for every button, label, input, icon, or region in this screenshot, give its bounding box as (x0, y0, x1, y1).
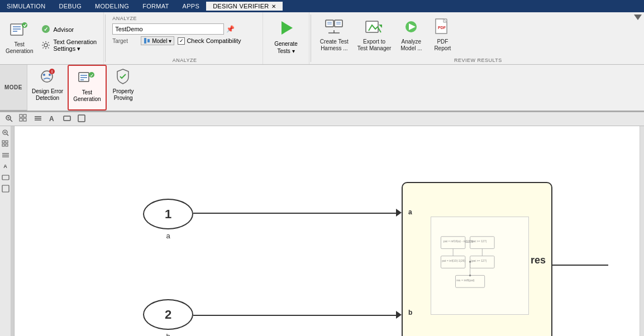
pin-icon[interactable]: 📌 (226, 25, 235, 33)
nav-btn[interactable] (31, 113, 45, 124)
block-btn[interactable] (60, 113, 74, 124)
menu-simulation[interactable]: SIMULATION (0, 2, 52, 11)
svg-rect-42 (23, 114, 26, 117)
close-tab-icon[interactable]: ✕ (271, 3, 276, 9)
advisor-btn[interactable]: ✓ Advisor (37, 23, 100, 36)
zoom-fit-icon (4, 114, 13, 123)
target-label: Target (112, 38, 137, 44)
test-gen-mode-btn[interactable]: ✓ TestGeneration (68, 65, 106, 111)
test-generation-btn[interactable]: TestGeneration (2, 17, 36, 60)
menu-modeling[interactable]: MODELING (88, 2, 136, 11)
left-text-btn[interactable]: A (1, 162, 10, 171)
svg-rect-55 (2, 141, 4, 143)
test-gen-mode-label: TestGeneration (73, 89, 101, 103)
test-gen-settings-btn[interactable]: Text GenerationSettings ▾ (37, 37, 100, 54)
check-compat-checkbox-group[interactable]: ✓ Check Compatibility (178, 37, 241, 45)
design-error-btn[interactable]: ! Design ErrorDetection (27, 65, 68, 111)
design-verifier-label: DESIGN VERIFIER (213, 3, 269, 9)
svg-rect-41 (20, 114, 22, 117)
svg-point-28 (49, 74, 51, 76)
svg-rect-11 (326, 20, 333, 27)
input1-oval[interactable]: 1 (143, 199, 193, 229)
svg-text:pat = mf16(a) - mf18(b): pat = mf16(a) - mf18(b) (443, 239, 474, 243)
analyze-model-btn[interactable]: AnalyzeModel ... (397, 15, 426, 57)
svg-rect-44 (23, 118, 26, 121)
svg-text:✓: ✓ (89, 73, 93, 78)
port-b-label: b (408, 309, 412, 316)
right-scrollbar[interactable] (640, 126, 644, 336)
menu-debug[interactable]: DEBUG (52, 2, 88, 11)
test-generation-label: TestGeneration (6, 41, 33, 55)
property-proving-btn[interactable]: PropertyProving (107, 65, 140, 111)
svg-rect-62 (2, 175, 9, 180)
zoom-fit-btn[interactable] (2, 113, 16, 124)
svg-point-27 (43, 74, 45, 76)
pdf-report-label: PDFReport (434, 39, 451, 52)
test-generation-icon (9, 20, 30, 40)
check-compat-checkbox[interactable]: ✓ (178, 37, 185, 45)
model-dropdown[interactable]: Model ▾ (141, 36, 174, 45)
generate-tests-label: GenerateTests ▾ (274, 40, 298, 55)
property-proving-icon (113, 67, 133, 87)
svg-rect-9 (147, 39, 150, 42)
create-harness-icon (324, 17, 344, 37)
svg-line-52 (7, 134, 8, 136)
svg-text:✓: ✓ (44, 26, 48, 32)
mode-label: MODE (0, 65, 27, 111)
analyze-model-label: AnalyzeModel ... (400, 39, 422, 52)
svg-point-78 (469, 261, 471, 262)
analyze-input[interactable] (112, 23, 224, 35)
input1-label: a (166, 232, 170, 240)
checkbox-btn[interactable] (75, 113, 88, 124)
analyze-section-label: ANALYZE (107, 57, 263, 63)
left-block-btn[interactable] (1, 173, 10, 182)
property-proving-label: PropertyProving (113, 88, 134, 102)
expand-btn[interactable] (634, 15, 642, 23)
model-label: Model (152, 38, 167, 44)
grid-btn[interactable] (17, 113, 30, 124)
svg-point-7 (44, 44, 47, 47)
input2-oval[interactable]: 2 (143, 299, 193, 330)
svg-rect-58 (6, 144, 8, 146)
create-harness-btn[interactable]: Create TestHarness ... (317, 15, 352, 57)
input1-value: 1 (165, 207, 171, 222)
analyze-header-label: Analyze (112, 16, 257, 21)
pdf-report-btn[interactable]: PDF PDFReport (428, 15, 457, 57)
svg-rect-14 (335, 20, 342, 27)
svg-text:PDF: PDF (438, 26, 446, 30)
export-manager-btn[interactable]: Export toTest Manager (354, 15, 395, 57)
input2-block: 2 b (143, 299, 193, 336)
svg-text:|pat >= 127|: |pat >= 127| (471, 259, 486, 262)
text-btn[interactable]: A (46, 113, 59, 124)
svg-rect-50 (78, 115, 85, 122)
svg-rect-19 (366, 21, 378, 32)
left-checkbox-btn[interactable] (1, 184, 10, 193)
checkbox-icon (77, 114, 86, 123)
svg-text:|pat >= 127|: |pat >= 127| (471, 239, 486, 243)
menu-design-verifier[interactable]: DESIGN VERIFIER ✕ (206, 2, 283, 11)
generate-tests-icon (275, 17, 297, 40)
menu-bar: SIMULATION DEBUG MODELING FORMAT APPS DE… (0, 0, 644, 12)
model-icon (144, 37, 150, 44)
export-manager-label: Export toTest Manager (357, 39, 392, 52)
grid-icon (19, 114, 28, 123)
left-toolbar: A (0, 126, 11, 336)
block-icon (63, 114, 71, 123)
left-grid-btn[interactable] (1, 140, 10, 148)
left-zoom-btn[interactable] (1, 128, 10, 137)
svg-text:A: A (49, 115, 54, 123)
res-label: res (531, 255, 546, 266)
menu-format[interactable]: FORMAT (136, 2, 175, 11)
inner-diagram: pat = mf16(a) - mf18(b) |pat >= 127| pat… (431, 217, 528, 314)
export-manager-icon (364, 17, 384, 37)
svg-rect-0 (11, 24, 23, 35)
subsystem-block[interactable]: a b pat = mf16(a) - mf18(b) (402, 182, 552, 336)
svg-line-38 (10, 119, 12, 122)
generate-tests-btn[interactable]: GenerateTests ▾ (270, 15, 302, 57)
svg-marker-10 (282, 21, 293, 35)
menu-apps[interactable]: APPS (176, 2, 207, 11)
left-nav-btn[interactable] (1, 151, 10, 160)
model-dropdown-arrow: ▾ (169, 38, 171, 44)
svg-marker-25 (634, 15, 642, 20)
design-error-icon: ! (37, 67, 58, 87)
